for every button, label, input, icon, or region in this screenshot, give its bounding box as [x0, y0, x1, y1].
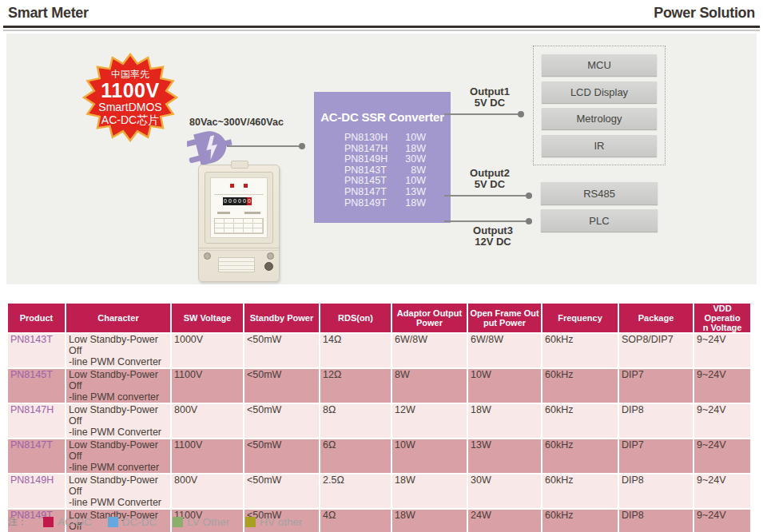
table-cell: 13W — [468, 439, 541, 473]
table-cell: 18W — [392, 510, 467, 532]
legend-item-ac-dc: AC-DC — [43, 516, 92, 528]
model-power: 13W — [405, 187, 426, 198]
table-head: ProductCharacterSW VoltageStandby PowerR… — [8, 304, 750, 332]
legend-item-lv-other: LV Other — [173, 516, 229, 528]
comm-plc-block: PLC — [541, 209, 658, 232]
table-cell: 24W — [468, 510, 541, 532]
output1-value: 5V DC — [459, 97, 521, 109]
smart-meter-image: 000000 — [198, 165, 280, 282]
category-legend: 注： AC-DCDC-DCLV OtherHV other — [8, 515, 303, 529]
table-cell: 1100V — [172, 369, 243, 403]
table-cell: 800V — [172, 474, 243, 508]
table-cell: 10W — [392, 439, 467, 473]
table-cell: Low Standby-Power Off -line PWM Converte… — [66, 474, 170, 508]
table-cell: 60kHz — [542, 439, 618, 473]
legend-item-hv-other: HV other — [245, 516, 302, 528]
product-link[interactable]: PN8147H — [8, 404, 65, 438]
table-cell: 4Ω — [320, 510, 391, 532]
connector-dot — [526, 218, 532, 224]
table-cell: <50mW — [244, 439, 319, 473]
column-header: Standby Power — [244, 304, 319, 332]
model-name: PN8149T — [344, 198, 387, 209]
meter-divider — [214, 194, 264, 195]
table-cell: 9~24V — [694, 369, 750, 403]
product-link[interactable]: PN8145T — [8, 369, 65, 403]
smart-meter-power-solution-page: Smart Meter Power Solution 中国率先 1100V Sm… — [0, 0, 763, 532]
model-power: 18W — [405, 144, 426, 155]
table-cell: <50mW — [244, 404, 319, 438]
peripheral-ir-block: IR — [542, 135, 657, 157]
column-header: Character — [66, 304, 170, 332]
model-power: 10W — [405, 176, 426, 187]
table-body: PN8143TLow Standby-Power Off -line PWM C… — [8, 334, 750, 532]
model-name: PN8147H — [344, 144, 387, 155]
legend-swatch — [245, 517, 256, 527]
table-cell: Low Standby-Power Off -line PWM Converte… — [66, 404, 170, 438]
input-voltage-label: 80Vac~300V/460Vac — [189, 117, 284, 128]
table-cell: 8Ω — [320, 404, 391, 438]
converter-model-row: PN8149T18W — [344, 198, 426, 209]
peripheral-lcd-display-block: LCD Display — [542, 81, 657, 103]
table-row: PN8147HLow Standby-Power Off -line PWM C… — [8, 404, 750, 438]
table-cell: 9~24V — [694, 474, 750, 508]
table-cell: 9~24V — [694, 404, 750, 438]
table-cell: DIP8 — [619, 404, 693, 438]
solution-diagram: 中国率先 1100V SmartDMOS AC-DC芯片 80Vac~300V/… — [6, 34, 757, 284]
badge-line-4: AC-DC芯片 — [101, 113, 159, 126]
page-title-right: Power Solution — [654, 5, 755, 22]
table-cell: SOP8/DIP7 — [619, 334, 693, 367]
table-cell: 6W/8W — [468, 334, 541, 367]
meter-label-text — [244, 212, 260, 214]
output3-name: Output3 — [462, 225, 524, 236]
product-link[interactable]: PN8147T — [8, 439, 65, 473]
output2-name: Output2 — [459, 168, 521, 179]
meter-spec-grid — [214, 218, 264, 234]
output1-name: Output1 — [459, 86, 521, 97]
comm-rs485-block: RS485 — [541, 182, 658, 204]
column-header: Adaptor Output Power — [392, 304, 467, 332]
header-rule-light — [3, 30, 760, 31]
table-cell: 12W — [392, 404, 467, 438]
table-row: PN8145TLow Standby-Power Off -line PWM c… — [8, 369, 750, 403]
table-cell: 8W — [392, 369, 467, 403]
legend-label: HV other — [260, 516, 302, 528]
starburst-badge: 中国率先 1100V SmartDMOS AC-DC芯片 — [82, 53, 178, 142]
table-cell: 6W/8W — [392, 334, 467, 367]
legend-item-dc-dc: DC-DC — [108, 516, 157, 528]
converter-model-row: PN8149H30W — [344, 154, 426, 165]
output1-label: Output1 5V DC — [459, 86, 521, 109]
table-cell: DIP8 — [619, 474, 693, 508]
model-name: PN8130H — [344, 133, 387, 144]
meter-indicator-leds — [211, 184, 267, 188]
product-link[interactable]: PN8149H — [8, 474, 65, 508]
meter-label-text — [217, 212, 230, 214]
table-cell: 10W — [468, 369, 541, 403]
converter-model-row: PN8145T10W — [344, 176, 426, 187]
connector-dot — [518, 111, 524, 117]
column-header: Open Frame Out put Power — [468, 304, 541, 332]
output3-label: Output3 12V DC — [462, 225, 524, 248]
badge-line-3: SmartDMOS — [98, 101, 161, 113]
table-cell: 18W — [468, 404, 541, 438]
meter-face: 000000 — [205, 172, 273, 244]
model-power: 8W — [411, 165, 426, 177]
column-header: VDD Operatio n Voltage — [694, 304, 750, 332]
model-power: 18W — [405, 198, 426, 209]
output2-connection-line — [444, 195, 529, 197]
table-cell: 60kHz — [542, 369, 618, 403]
product-link[interactable]: PN8143T — [8, 334, 65, 367]
converter-model-list: PN8130H10WPN8147H18WPN8149H30WPN8143T8WP… — [344, 133, 426, 208]
table-cell: 30W — [468, 474, 541, 508]
table-cell: <50mW — [244, 334, 319, 367]
table-cell: 6Ω — [320, 439, 391, 473]
converter-title: AC-DC SSR Converter — [314, 110, 451, 124]
power-plug-icon — [187, 128, 233, 169]
table-cell: 12Ω — [320, 369, 391, 403]
header-row: ProductCharacterSW VoltageStandby PowerR… — [8, 304, 750, 332]
table-cell: 9~24V — [694, 510, 750, 532]
table-cell: DIP8 — [619, 510, 693, 532]
mcu-peripheral-group: MCULCD DisplayMetrologyIR — [533, 46, 666, 165]
product-table: ProductCharacterSW VoltageStandby PowerR… — [6, 302, 752, 532]
page-title-left: Smart Meter — [8, 5, 89, 22]
column-header: Frequency — [542, 304, 618, 332]
